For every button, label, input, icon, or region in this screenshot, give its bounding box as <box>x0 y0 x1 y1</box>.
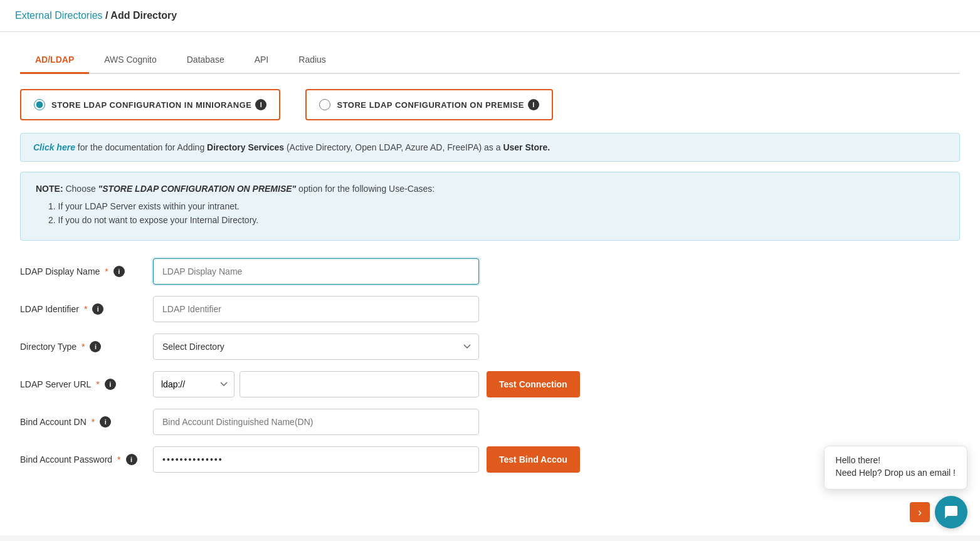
chat-expand-button[interactable]: › <box>910 502 930 522</box>
chat-icon <box>944 505 959 520</box>
radio-options-container: STORE LDAP CONFIGURATION IN MINIORANGE i… <box>20 89 960 120</box>
note-list-item: 2. If you do not want to expose your Int… <box>48 215 944 225</box>
info-directory-type-icon[interactable]: i <box>90 341 101 352</box>
info-miniorange-icon[interactable]: i <box>255 99 266 110</box>
form-row-bind-account-dn: Bind Account DN* i <box>20 409 898 435</box>
input-bind-account-dn[interactable] <box>153 409 479 435</box>
tab-database[interactable]: Database <box>172 47 240 74</box>
label-bind-account-dn: Bind Account DN* i <box>20 416 145 428</box>
input-ldap-identifier[interactable] <box>153 296 479 322</box>
label-bind-account-password: Bind Account Password* i <box>20 454 145 465</box>
radio-miniorange-label: STORE LDAP CONFIGURATION IN MINIORANGE i <box>51 99 266 110</box>
info-ldap-server-url-icon[interactable]: i <box>105 379 116 390</box>
note-label: NOTE: <box>36 184 63 194</box>
test-connection-button[interactable]: Test Connection <box>487 371 580 397</box>
info-banner: Click here for the documentation for Add… <box>20 133 960 162</box>
info-banner-link[interactable]: Click here <box>33 142 75 152</box>
form-row-bind-account-password: Bind Account Password* i Test Bind Accou <box>20 446 898 473</box>
select-ldap-protocol[interactable]: ldap:// ldaps:// <box>153 371 234 397</box>
radio-option-miniorange[interactable]: STORE LDAP CONFIGURATION IN MINIORANGE i <box>20 89 280 120</box>
input-ldap-server-url[interactable] <box>240 371 479 397</box>
test-bind-account-button[interactable]: Test Bind Accou <box>487 446 580 473</box>
radio-on-premise-label: STORE LDAP CONFIGURATION ON PREMISE i <box>337 99 539 110</box>
radio-miniorange-input[interactable] <box>34 99 45 110</box>
form-row-ldap-server-url: LDAP Server URL* i ldap:// ldaps:// Test… <box>20 371 898 397</box>
note-banner: NOTE: Choose "STORE LDAP CONFIGURATION O… <box>20 172 960 241</box>
label-directory-type: Directory Type* i <box>20 341 145 352</box>
note-list-item: 1. If your LDAP Server exists within you… <box>48 201 944 211</box>
note-list: 1. If your LDAP Server exists within you… <box>36 201 944 225</box>
info-banner-strong2: User Store. <box>503 142 550 152</box>
form-section: LDAP Display Name* i LDAP Identifier* i … <box>20 258 898 473</box>
info-bind-account-dn-icon[interactable]: i <box>100 416 111 428</box>
info-ldap-display-name-icon[interactable]: i <box>113 266 125 277</box>
breadcrumb-current: Add Directory <box>110 10 177 21</box>
breadcrumb-parent[interactable]: External Directories <box>15 10 103 21</box>
label-ldap-display-name: LDAP Display Name* i <box>20 266 145 277</box>
label-ldap-identifier: LDAP Identifier* i <box>20 303 145 315</box>
info-on-premise-icon[interactable]: i <box>528 99 539 110</box>
form-row-ldap-identifier: LDAP Identifier* i <box>20 296 898 322</box>
ldap-url-row: ldap:// ldaps:// <box>153 371 479 397</box>
input-bind-account-password[interactable] <box>153 446 479 473</box>
radio-option-on-premise[interactable]: STORE LDAP CONFIGURATION ON PREMISE i <box>305 89 552 120</box>
chat-bubble: Hello there! Need Help? Drop us an email… <box>824 446 967 490</box>
label-ldap-server-url: LDAP Server URL* i <box>20 379 145 390</box>
tab-aws-cognito[interactable]: AWS Cognito <box>89 47 172 74</box>
form-row-ldap-display-name: LDAP Display Name* i <box>20 258 898 285</box>
info-banner-strong1: Directory Services <box>207 142 284 152</box>
chat-open-button[interactable] <box>935 496 967 528</box>
tab-ad-ldap[interactable]: AD/LDAP <box>20 47 89 74</box>
chat-message: Need Help? Drop us an email ! <box>836 468 956 478</box>
radio-on-premise-input[interactable] <box>319 99 330 110</box>
tabs-container: AD/LDAP AWS Cognito Database API Radius <box>20 47 960 74</box>
info-ldap-identifier-icon[interactable]: i <box>92 303 103 315</box>
chat-widget: Hello there! Need Help? Drop us an email… <box>824 446 967 528</box>
top-bar: External Directories / Add Directory <box>0 0 980 32</box>
chat-greeting: Hello there! <box>836 455 956 465</box>
form-row-directory-type: Directory Type* i Select Directory Activ… <box>20 334 898 360</box>
select-directory-type[interactable]: Select Directory Active Directory OpenLD… <box>153 334 479 360</box>
input-ldap-display-name[interactable] <box>153 258 479 285</box>
breadcrumb: External Directories / Add Directory <box>15 10 965 21</box>
note-highlight: "STORE LDAP CONFIGURATION ON PREMISE" <box>98 184 297 194</box>
info-bind-account-password-icon[interactable]: i <box>126 454 137 465</box>
tab-api[interactable]: API <box>240 47 284 74</box>
tab-radius[interactable]: Radius <box>283 47 341 74</box>
